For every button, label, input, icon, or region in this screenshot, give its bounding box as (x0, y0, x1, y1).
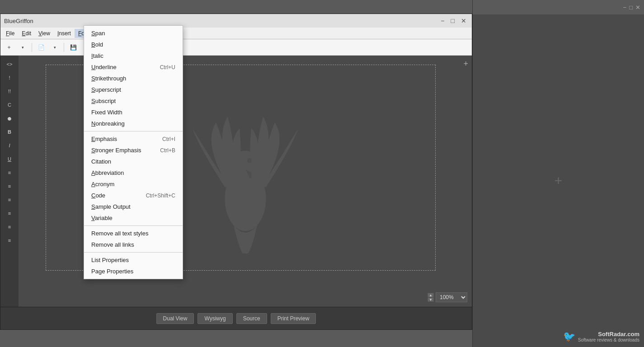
sidebar-c-btn[interactable]: C (4, 99, 15, 111)
app-window-controls: − □ ✕ (439, 17, 468, 24)
sidebar-list3-btn[interactable]: ≡ (4, 194, 15, 206)
menu-item-acronym[interactable]: Acronym (84, 178, 183, 190)
zoom-down-button[interactable]: ▼ (428, 297, 434, 302)
softRadar-tagline: Software reviews & downloads (578, 338, 639, 342)
zoom-select[interactable]: 100% 50% 75% 125% 150% 200% (436, 292, 467, 302)
bg-window-controls: − □ ✕ (623, 4, 640, 11)
wysiwyg-tab[interactable]: Wysiwyg (197, 313, 232, 324)
menu-item-subscript[interactable]: Subscript (84, 95, 183, 107)
menu-item-abbreviation[interactable]: Abbreviation (84, 167, 183, 178)
menu-item-emphasis[interactable]: Emphasis Ctrl+I (84, 133, 183, 145)
menu-item-italic[interactable]: Italic (84, 50, 183, 61)
menu-item-page-properties[interactable]: Page Properties (84, 266, 183, 277)
sidebar-list4-btn[interactable]: ≡ (4, 207, 15, 219)
print-preview-tab[interactable]: Print Preview (271, 313, 316, 324)
zoom-spinbox: ▲ ▼ (428, 293, 434, 302)
menu-insert[interactable]: Insert (54, 29, 75, 38)
menu-separator-1 (84, 131, 183, 131)
dual-view-tab[interactable]: Dual View (156, 313, 194, 324)
menu-item-remove-links[interactable]: Remove all links (84, 239, 183, 250)
menu-item-variable[interactable]: Variable (84, 212, 183, 224)
zoom-up-button[interactable]: ▲ (428, 293, 434, 297)
sidebar-italic-btn[interactable]: I (4, 140, 15, 151)
code-shortcut: Ctrl+Shift+C (146, 192, 175, 199)
new-dropdown-button[interactable]: ▾ (17, 42, 28, 53)
sidebar-circle-btn[interactable]: ● (4, 113, 15, 124)
menu-item-stronger-emphasis[interactable]: Stronger Emphasis Ctrl+B (84, 145, 183, 156)
main-toolbar: + ▾ 📄 ▾ 💾 ▾ 📋 🌐 (0, 39, 472, 56)
menu-separator-3 (84, 252, 183, 253)
source-tab[interactable]: Source (236, 313, 267, 324)
toolbar-sep-1 (32, 43, 32, 52)
sidebar-excl2-btn[interactable]: !! (4, 85, 15, 97)
add-content-button[interactable]: + (463, 59, 468, 69)
menu-item-bold[interactable]: Bold (84, 39, 183, 50)
menu-item-sample-output[interactable]: Sample Output (84, 201, 183, 212)
menu-item-remove-text-styles[interactable]: Remove all text styles (84, 228, 183, 239)
menu-item-list-properties[interactable]: List Properties (84, 254, 183, 266)
menu-separator-2 (84, 225, 183, 226)
sidebar-list2-btn[interactable]: ≡ (4, 180, 15, 192)
menu-item-code[interactable]: Code Ctrl+Shift+C (84, 190, 183, 201)
softRadar-name: SoftRadar.com (578, 331, 639, 338)
background-window: − □ ✕ + 🐦 SoftRadar.com Software reviews… (472, 0, 644, 347)
menu-item-span[interactable]: Span (84, 28, 183, 39)
zoom-controls: ▲ ▼ 100% 50% 75% 125% 150% 200% (428, 292, 467, 302)
app-title: BlueGriffon (4, 18, 33, 24)
sidebar-list6-btn[interactable]: ≡ (4, 234, 15, 246)
open-button[interactable]: 📄 (35, 42, 47, 53)
app-maximize-button[interactable]: □ (449, 17, 456, 24)
bg-maximize-icon[interactable]: □ (629, 4, 633, 11)
toolbar-sep-2 (64, 43, 64, 52)
sidebar: <> ! !! C ● B I U ≡ ≡ ≡ ≡ ≡ ≡ (0, 56, 19, 307)
app-menu-bar: File Edit View Insert Format Table Panel… (0, 28, 472, 39)
sidebar-bold-btn[interactable]: B (4, 126, 15, 138)
stronger-emphasis-shortcut: Ctrl+B (160, 147, 175, 154)
new-button[interactable]: + (3, 42, 15, 53)
menu-item-strikethrough[interactable]: Strikethrough (84, 73, 183, 84)
bg-minimize-icon[interactable]: − (623, 4, 627, 11)
bottom-tab-bar: Dual View Wysiwyg Source Print Preview (0, 307, 472, 329)
app-close-button[interactable]: ✕ (459, 17, 468, 24)
menu-item-underline[interactable]: Underline Ctrl+U (84, 61, 183, 73)
menu-edit[interactable]: Edit (18, 29, 35, 38)
save-button[interactable]: 💾 (67, 42, 79, 53)
menu-file[interactable]: File (2, 29, 18, 38)
softRadar-watermark: 🐦 SoftRadar.com Software reviews & downl… (563, 331, 639, 342)
open-dropdown-button[interactable]: ▾ (49, 42, 61, 53)
format-dropdown-menu: Span Bold Italic Underline Ctrl+U Strike… (84, 25, 183, 279)
menu-item-fixed-width[interactable]: Fixed Width (84, 107, 183, 118)
sidebar-code-btn[interactable]: <> (4, 58, 15, 70)
menu-view[interactable]: View (35, 29, 54, 38)
menu-item-nonbreaking[interactable]: Nonbreaking (84, 118, 183, 129)
sidebar-excl-btn[interactable]: ! (4, 72, 15, 84)
bg-close-icon[interactable]: ✕ (635, 4, 640, 11)
main-app-window: BlueGriffon − □ ✕ File Edit View Insert … (0, 14, 472, 330)
menu-item-citation[interactable]: Citation (84, 156, 183, 167)
bg-window-title-bar: − □ ✕ (473, 0, 644, 14)
menu-item-superscript[interactable]: Superscript (84, 84, 183, 95)
emphasis-shortcut: Ctrl+I (162, 136, 175, 142)
app-minimize-button[interactable]: − (439, 17, 446, 24)
app-title-bar: BlueGriffon − □ ✕ (0, 14, 472, 28)
sidebar-list5-btn[interactable]: ≡ (4, 221, 15, 233)
sidebar-underline-btn[interactable]: U (4, 153, 15, 165)
sidebar-list1-btn[interactable]: ≡ (4, 167, 15, 178)
underline-shortcut: Ctrl+U (160, 64, 175, 70)
